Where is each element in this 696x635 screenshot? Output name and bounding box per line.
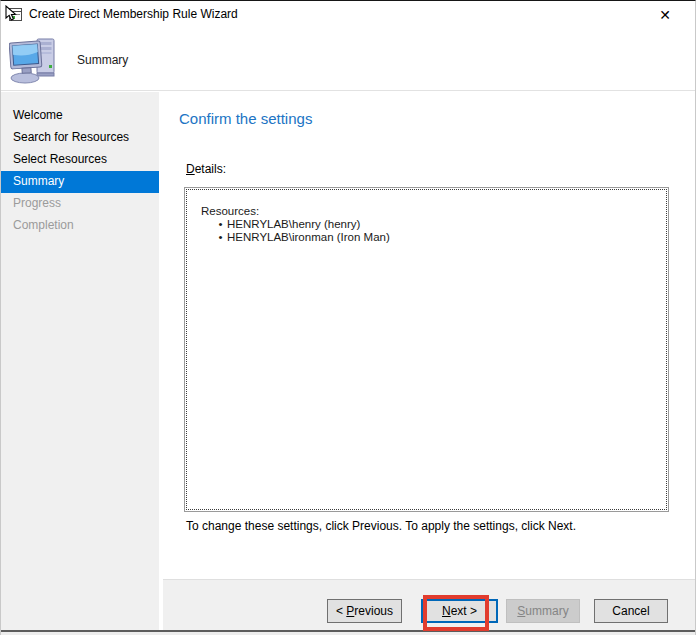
- resource-entry: HENRYLAB\ironman (Iron Man): [227, 231, 390, 244]
- computer-icon: [9, 35, 59, 85]
- details-label: Details:: [186, 162, 226, 176]
- wizard-content: Confirm the settings Details: Resources:…: [163, 92, 695, 630]
- previous-button[interactable]: < Previous: [327, 599, 402, 623]
- wizard-window: Create Direct Membership Rule Wizard ✕: [0, 0, 696, 635]
- summary-button: Summary: [506, 599, 580, 623]
- details-box[interactable]: Resources: • HENRYLAB\henry (henry) • HE…: [184, 187, 669, 512]
- window-title: Create Direct Membership Rule Wizard: [29, 7, 238, 21]
- wizard-body: Welcome Search for Resources Select Reso…: [1, 92, 695, 630]
- resource-entry: HENRYLAB\henry (henry): [227, 218, 360, 231]
- next-button[interactable]: Next >: [421, 599, 498, 623]
- sidebar-item-completion: Completion: [1, 215, 159, 237]
- mouse-cursor-icon: [4, 5, 19, 22]
- bullet-icon: •: [214, 218, 227, 231]
- resources-label: Resources:: [201, 205, 652, 218]
- page-heading: Confirm the settings: [179, 110, 312, 127]
- wizard-steps-sidebar: Welcome Search for Resources Select Reso…: [1, 92, 159, 630]
- sidebar-item-search-for-resources[interactable]: Search for Resources: [1, 127, 159, 149]
- header-step-title: Summary: [77, 53, 128, 67]
- button-bar: < Previous Next > Summary Cancel: [163, 579, 695, 630]
- details-box-content: Resources: • HENRYLAB\henry (henry) • HE…: [186, 189, 667, 510]
- list-item: • HENRYLAB\henry (henry): [201, 218, 652, 231]
- sidebar-item-progress: Progress: [1, 193, 159, 215]
- close-button[interactable]: ✕: [643, 1, 687, 29]
- list-item: • HENRYLAB\ironman (Iron Man): [201, 231, 652, 244]
- wizard-window-icon: [6, 7, 22, 23]
- cancel-button[interactable]: Cancel: [594, 599, 668, 623]
- title-bar: Create Direct Membership Rule Wizard ✕: [1, 1, 695, 29]
- bullet-icon: •: [214, 231, 227, 244]
- wizard-header: Summary: [1, 29, 695, 91]
- instruction-text: To change these settings, click Previous…: [186, 519, 576, 533]
- sidebar-item-summary[interactable]: Summary: [1, 171, 159, 193]
- sidebar-item-welcome[interactable]: Welcome: [1, 105, 159, 127]
- sidebar-item-select-resources[interactable]: Select Resources: [1, 149, 159, 171]
